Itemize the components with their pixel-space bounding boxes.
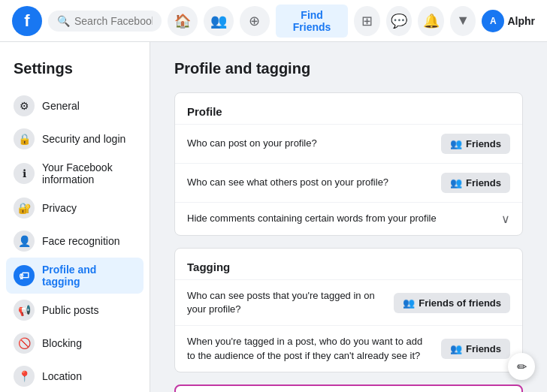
tagging-section-header: Tagging	[175, 249, 522, 279]
friends-icon-btn[interactable]: 👥	[204, 6, 234, 36]
sidebar-item-face-recognition[interactable]: 👤 Face recognition	[6, 225, 144, 258]
nav-right: Find Friends ⊞ 💬 🔔 ▼ A Alphr	[276, 5, 535, 38]
people-icon-4: 👥	[450, 343, 462, 354]
sidebar-label-public-posts: Public posts	[42, 304, 98, 316]
profile-section-header: Profile	[175, 93, 522, 124]
nav-center-icons: 🏠 👥 ⊕	[168, 6, 270, 36]
profile-row-0-label: Who can post on your profile?	[187, 137, 441, 150]
tagging-row-1-value: Friends	[466, 343, 501, 354]
location-icon: 📍	[14, 366, 35, 387]
grid-icon-btn[interactable]: ⊞	[354, 6, 380, 36]
chevron-down-icon[interactable]: ∨	[501, 212, 510, 226]
sidebar-label-location: Location	[42, 370, 82, 382]
sidebar-label-face-recognition: Face recognition	[42, 235, 120, 247]
general-icon: ⚙	[14, 95, 35, 116]
people-icon: 👥	[450, 138, 462, 149]
page-title: Profile and tagging	[174, 60, 523, 77]
messenger-icon-btn[interactable]: 💬	[386, 6, 413, 36]
tagging-row-1: When you're tagged in a post, who do you…	[175, 325, 522, 371]
tagging-row-0-btn[interactable]: 👥 Friends of friends	[394, 293, 510, 313]
avatar: A	[482, 10, 504, 32]
app-layout: Settings ⚙ General 🔒 Security and login …	[0, 42, 547, 392]
home-icon-btn[interactable]: 🏠	[168, 6, 198, 36]
sidebar-item-blocking[interactable]: 🚫 Blocking	[6, 327, 144, 360]
sidebar-label-privacy: Privacy	[42, 202, 77, 214]
profile-row-1: Who can see what others post on your pro…	[175, 163, 522, 202]
sidebar-label-fb-info: Your Facebook information	[42, 161, 136, 185]
profile-row-1-value: Friends	[466, 177, 501, 188]
tagging-row-1-btn[interactable]: 👥 Friends	[441, 339, 510, 359]
profile-row-0: Who can post on your profile? 👥 Friends	[175, 124, 522, 163]
public-posts-icon: 📢	[14, 300, 35, 321]
find-friends-button[interactable]: Find Friends	[276, 5, 349, 38]
sidebar-label-profile-tagging: Profile and tagging	[42, 264, 136, 288]
sidebar-item-fb-info[interactable]: ℹ Your Facebook information	[6, 155, 144, 191]
sidebar-item-profile-tagging[interactable]: 🏷 Profile and tagging	[6, 258, 144, 294]
tagging-row-1-label: When you're tagged in a post, who do you…	[187, 335, 441, 362]
notifications-icon-btn[interactable]: 🔔	[418, 6, 444, 36]
security-icon: 🔒	[14, 128, 35, 149]
profile-row-1-label: Who can see what others post on your pro…	[187, 176, 441, 189]
privacy-icon: 🔐	[14, 198, 35, 219]
top-nav: f 🔍 🏠 👥 ⊕ Find Friends ⊞ 💬 🔔 ▼ A Alphr	[0, 0, 547, 42]
sidebar: Settings ⚙ General 🔒 Security and login …	[0, 42, 150, 392]
profile-row-1-friends-btn[interactable]: 👥 Friends	[441, 173, 510, 193]
edit-fab[interactable]: ✏	[508, 353, 535, 380]
facebook-logo: f	[12, 6, 42, 36]
marketplace-icon-btn[interactable]: ⊕	[240, 6, 270, 36]
sidebar-item-security[interactable]: 🔒 Security and login	[6, 122, 144, 155]
search-input[interactable]	[74, 15, 153, 27]
sidebar-title: Settings	[6, 54, 144, 89]
people-icon-3: 👥	[403, 297, 415, 309]
sidebar-label-general: General	[42, 100, 80, 112]
account-icon-btn[interactable]: ▼	[450, 6, 476, 36]
pencil-icon: ✏	[517, 360, 527, 374]
nav-user[interactable]: A Alphr	[482, 10, 535, 32]
sidebar-label-security: Security and login	[42, 133, 125, 145]
sidebar-label-blocking: Blocking	[42, 337, 82, 349]
profile-tagging-icon: 🏷	[14, 265, 35, 286]
reviewing-section-header: Reviewing	[176, 386, 521, 392]
main-content: Profile and tagging Profile Who can post…	[150, 42, 547, 392]
profile-section: Profile Who can post on your profile? 👥 …	[174, 92, 523, 236]
search-icon: 🔍	[57, 15, 70, 27]
profile-row-2: Hide comments containing certain words f…	[175, 202, 522, 235]
fb-info-icon: ℹ	[14, 163, 35, 184]
tagging-section: Tagging Who can see posts that you're ta…	[174, 248, 523, 372]
face-recognition-icon: 👤	[14, 231, 35, 252]
blocking-icon: 🚫	[14, 333, 35, 354]
search-bar[interactable]: 🔍	[48, 11, 162, 32]
sidebar-item-public-posts[interactable]: 📢 Public posts	[6, 294, 144, 327]
people-icon-2: 👥	[450, 177, 462, 188]
sidebar-item-location[interactable]: 📍 Location	[6, 360, 144, 392]
reviewing-section: Reviewing Review posts that you're tagge…	[174, 384, 523, 392]
profile-row-0-friends-btn[interactable]: 👥 Friends	[441, 134, 510, 154]
tagging-row-0: Who can see posts that you're tagged in …	[175, 279, 522, 325]
profile-row-0-value: Friends	[466, 138, 501, 149]
tagging-row-0-value: Friends of friends	[419, 297, 501, 309]
user-name: Alphr	[507, 15, 535, 27]
profile-row-2-label: Hide comments containing certain words f…	[187, 212, 501, 225]
sidebar-item-general[interactable]: ⚙ General	[6, 89, 144, 122]
sidebar-item-privacy[interactable]: 🔐 Privacy	[6, 191, 144, 225]
tagging-row-0-label: Who can see posts that you're tagged in …	[187, 289, 394, 316]
